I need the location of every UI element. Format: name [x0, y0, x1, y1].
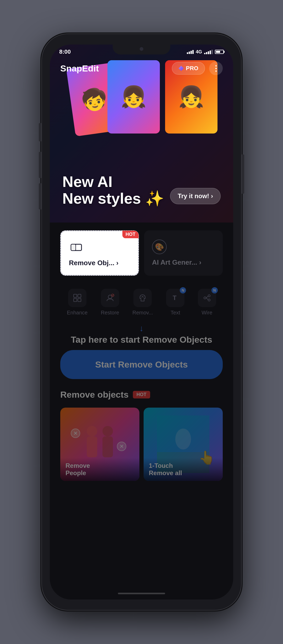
menu-button[interactable]: [209, 62, 223, 75]
signal-icon-2: [204, 50, 213, 54]
diamond-icon: [178, 66, 184, 71]
time-display: 8:00: [59, 48, 71, 55]
volume-up-button[interactable]: [39, 152, 41, 178]
try-now-label: Try it now! ›: [178, 192, 213, 200]
volume-down-button[interactable]: [39, 183, 41, 209]
network-type: 4G: [196, 49, 202, 55]
remove-objects-label: Remove Obj... ›: [69, 259, 130, 267]
hero-section: 🧒 👧 👧 SnapEdit PRO: [50, 45, 233, 223]
hot-badge: HOT: [122, 231, 139, 238]
phone-screen: 8:00 4G: [50, 45, 233, 599]
pro-button[interactable]: PRO: [172, 62, 205, 75]
svg-rect-1: [71, 244, 76, 251]
mute-button[interactable]: [39, 123, 41, 141]
signal-icon: [187, 50, 194, 54]
notch: [113, 45, 170, 54]
remove-objects-card[interactable]: HOT Remove Obj... ›: [60, 230, 139, 276]
camera: [140, 47, 143, 51]
app-header: SnapEdit PRO: [50, 59, 233, 77]
hero-title-line1: New AI: [62, 173, 221, 190]
app-logo: SnapEdit: [60, 63, 99, 74]
battery-icon: [215, 50, 224, 54]
power-button[interactable]: [242, 154, 244, 194]
pro-label: PRO: [186, 65, 198, 72]
eraser-icon: [69, 239, 85, 255]
overlay-dim: [50, 223, 233, 599]
status-icons: 4G: [187, 49, 224, 55]
phone-outer: 8:00 4G: [42, 34, 241, 610]
battery-fill: [216, 51, 220, 53]
try-now-button[interactable]: Try it now! ›: [170, 188, 221, 204]
